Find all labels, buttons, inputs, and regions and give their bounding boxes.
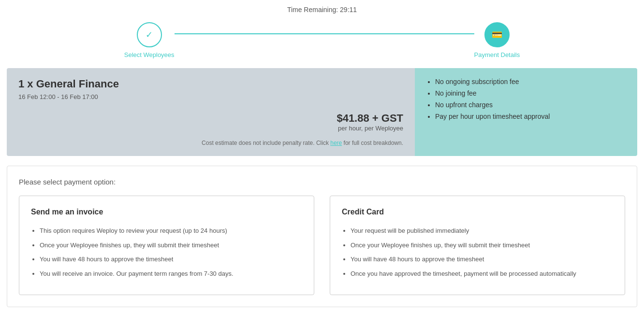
check-icon: ✓ <box>146 29 153 40</box>
price-row: $41.88 + GST per hour, per Weployee <box>18 112 403 132</box>
credit-card-bullet-2: Once your Weployee finishes up, they wil… <box>351 241 613 250</box>
payment-section-label: Please select payment option: <box>19 178 625 186</box>
step-select-weployees: ✓ Select Weployees <box>124 22 175 58</box>
info-left-panel: 1 x General Finance 16 Feb 12:00 - 16 Fe… <box>7 68 415 156</box>
payment-options: Send me an invoice This option requires … <box>19 196 625 295</box>
step-payment-details: 💳 Payment Details <box>474 22 520 58</box>
invoice-bullet-1: This option requires Weploy to review yo… <box>40 226 302 236</box>
progress-steps: ✓ Select Weployees 💳 Payment Details <box>0 17 644 68</box>
timer-text: Time Remaining: 29:11 <box>287 6 357 14</box>
credit-card-title: Credit Card <box>342 208 613 216</box>
credit-card-bullet-1: Your request will be published immediate… <box>351 226 613 236</box>
invoice-title: Send me an invoice <box>31 208 302 216</box>
invoice-bullets: This option requires Weploy to review yo… <box>31 226 302 278</box>
invoice-bullet-3: You will have 48 hours to approve the ti… <box>40 255 302 264</box>
cost-note: Cost estimate does not include penalty r… <box>18 140 403 146</box>
credit-card-icon: 💳 <box>492 29 502 40</box>
benefits-list: No ongoing subscription fee No joining f… <box>426 78 626 120</box>
cost-note-link[interactable]: here <box>330 140 342 146</box>
job-price: $41.88 + GST <box>18 112 403 125</box>
payment-section: Please select payment option: Send me an… <box>7 166 637 307</box>
step-label-1: Select Weployees <box>124 51 175 58</box>
cost-note-suffix: for full cost breakdown. <box>342 140 403 146</box>
benefit-4: Pay per hour upon timesheet approval <box>435 113 626 120</box>
credit-card-bullets: Your request will be published immediate… <box>342 226 613 278</box>
info-right-panel: No ongoing subscription fee No joining f… <box>415 68 637 156</box>
payment-option-invoice[interactable]: Send me an invoice This option requires … <box>19 196 314 295</box>
step-connector-line <box>175 33 474 34</box>
info-banner: 1 x General Finance 16 Feb 12:00 - 16 Fe… <box>7 68 637 156</box>
step-label-2: Payment Details <box>474 51 520 58</box>
job-title: 1 x General Finance <box>18 78 403 90</box>
credit-card-bullet-3: You will have 48 hours to approve the ti… <box>351 255 613 264</box>
payment-option-credit-card[interactable]: Credit Card Your request will be publish… <box>330 196 625 295</box>
credit-card-bullet-4: Once you have approved the timesheet, pa… <box>351 269 613 279</box>
benefit-2: No joining fee <box>435 89 626 97</box>
benefit-1: No ongoing subscription fee <box>435 78 626 85</box>
job-price-sub: per hour, per Weployee <box>18 125 403 132</box>
timer-bar: Time Remaining: 29:11 <box>0 0 644 17</box>
step-circle-1: ✓ <box>137 22 162 47</box>
invoice-bullet-2: Once your Weployee finishes up, they wil… <box>40 241 302 250</box>
job-date: 16 Feb 12:00 - 16 Feb 17:00 <box>18 93 403 100</box>
benefit-3: No upfront charges <box>435 101 626 109</box>
footer-buttons: Previous Accept Weployees <box>0 317 644 326</box>
step-circle-2: 💳 <box>484 22 510 47</box>
cost-note-prefix: Cost estimate does not include penalty r… <box>202 140 330 146</box>
invoice-bullet-4: You will receive an invoice. Our payment… <box>40 269 302 279</box>
